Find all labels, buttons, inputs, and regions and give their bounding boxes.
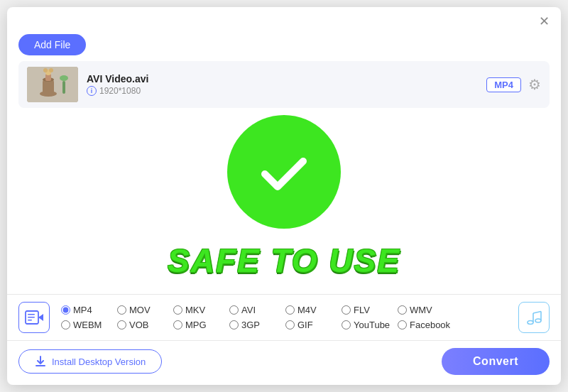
convert-button[interactable]: Convert bbox=[442, 348, 550, 375]
install-button[interactable]: Install Desktop Version bbox=[18, 349, 162, 374]
svg-rect-3 bbox=[43, 80, 54, 95]
bottom-bar: Install Desktop Version Convert bbox=[7, 340, 561, 385]
format-m4v[interactable]: M4V bbox=[285, 305, 342, 315]
svg-point-8 bbox=[49, 68, 53, 72]
svg-point-10 bbox=[60, 75, 68, 81]
format-bar: MP4 MOV MKV AVI M4V FLV WMV bbox=[7, 294, 561, 340]
file-thumbnail bbox=[27, 67, 78, 102]
format-mov[interactable]: MOV bbox=[117, 305, 173, 315]
format-badge[interactable]: MP4 bbox=[486, 77, 521, 92]
add-file-button[interactable]: Add File bbox=[18, 34, 86, 55]
format-flv[interactable]: FLV bbox=[342, 305, 398, 315]
format-mkv[interactable]: MKV bbox=[173, 305, 229, 315]
file-name: AVI Video.avi bbox=[87, 73, 478, 85]
format-avi[interactable]: AVI bbox=[229, 305, 285, 315]
install-label: Install Desktop Version bbox=[52, 356, 146, 367]
center-area: SAFE TO USE bbox=[7, 101, 561, 294]
format-mpg[interactable]: MPG bbox=[173, 320, 229, 330]
svg-rect-13 bbox=[28, 314, 35, 315]
format-gif[interactable]: GIF bbox=[285, 320, 342, 330]
info-icon[interactable]: i bbox=[87, 86, 97, 96]
close-button[interactable]: ✕ bbox=[536, 13, 552, 29]
file-actions: MP4 ⚙ bbox=[486, 76, 541, 93]
download-icon bbox=[35, 356, 46, 367]
format-facebook[interactable]: Facebook bbox=[398, 320, 454, 330]
format-webm[interactable]: WEBM bbox=[61, 320, 117, 330]
format-wmv[interactable]: WMV bbox=[398, 305, 454, 315]
svg-line-20 bbox=[533, 312, 541, 314]
safe-banner-text: SAFE TO USE bbox=[168, 241, 400, 280]
svg-marker-12 bbox=[38, 314, 43, 321]
format-vob[interactable]: VOB bbox=[117, 320, 173, 330]
toolbar: Add File bbox=[7, 33, 561, 61]
video-format-icon[interactable] bbox=[18, 302, 50, 333]
file-meta: i 1920*1080 bbox=[87, 86, 478, 96]
svg-rect-21 bbox=[36, 365, 45, 366]
file-resolution: 1920*1080 bbox=[99, 86, 141, 96]
app-window: ✕ Add File bbox=[7, 7, 561, 385]
file-info: AVI Video.avi i 1920*1080 bbox=[87, 73, 478, 96]
svg-point-17 bbox=[535, 319, 541, 322]
audio-format-icon[interactable] bbox=[518, 302, 550, 333]
settings-icon[interactable]: ⚙ bbox=[528, 76, 541, 93]
format-youtube[interactable]: YouTube bbox=[342, 320, 398, 330]
title-bar: ✕ bbox=[7, 7, 561, 33]
svg-point-7 bbox=[43, 68, 48, 72]
file-row: AVI Video.avi i 1920*1080 MP4 ⚙ bbox=[18, 61, 550, 108]
svg-rect-14 bbox=[28, 317, 35, 318]
format-mp4[interactable]: MP4 bbox=[61, 305, 117, 315]
format-3gp[interactable]: 3GP bbox=[229, 320, 285, 330]
format-options: MP4 MOV MKV AVI M4V FLV WMV bbox=[61, 305, 510, 330]
check-circle bbox=[227, 115, 341, 229]
svg-rect-9 bbox=[62, 81, 65, 94]
svg-point-16 bbox=[528, 321, 533, 325]
svg-rect-15 bbox=[28, 320, 32, 321]
